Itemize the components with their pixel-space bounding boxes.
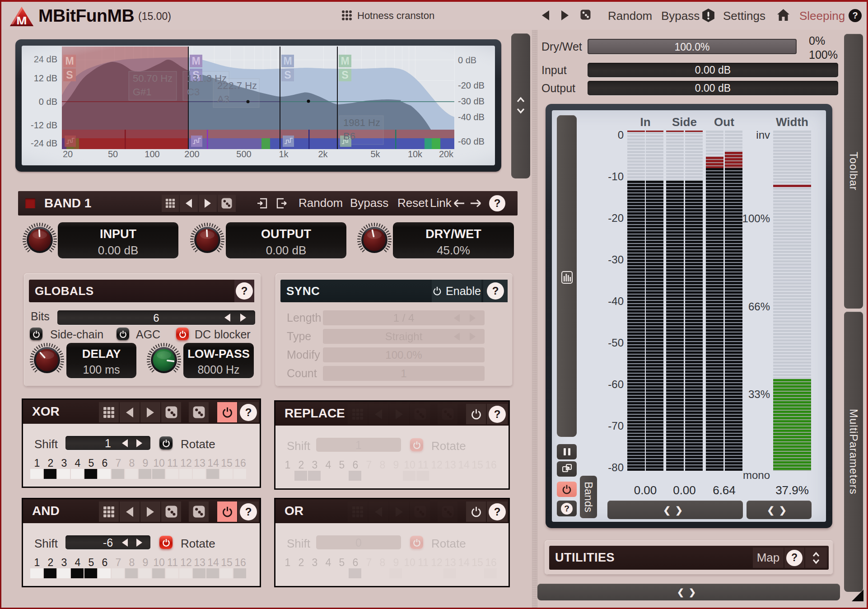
svg-text:M: M xyxy=(16,14,27,27)
